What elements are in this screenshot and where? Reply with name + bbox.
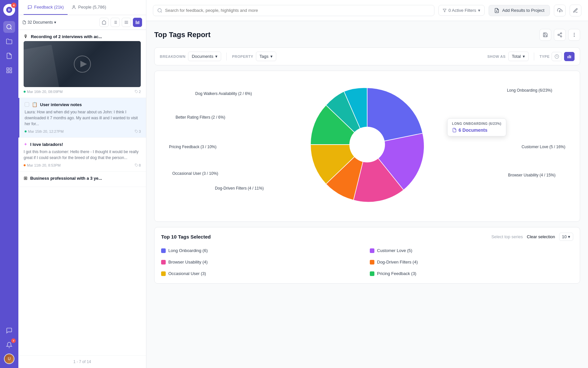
report-header: Top Tags Report <box>154 29 580 41</box>
tag-color-long-onboarding <box>161 248 166 253</box>
breakdown-group: BREAKDOWN Documents ▾ <box>160 52 221 61</box>
top-count-select[interactable]: 10 ▾ <box>559 233 573 241</box>
tags-grid: Long Onboarding (6) Customer Love (5) Br… <box>161 246 573 278</box>
property-group: PROPERTY Tags ▾ <box>232 52 276 61</box>
list-item[interactable]: 🎙 Recording of 2 interviews with ac... M… <box>18 30 146 98</box>
doc-meta: Mar 11th 20, 8:53PM 8 <box>24 163 141 167</box>
top-bar: 0 Active Filters ▾ Add Results to Projec… <box>146 0 588 21</box>
select-top-series[interactable]: Select top series <box>491 234 523 239</box>
show-as-group: SHOW AS Total ▾ <box>487 52 529 61</box>
list-item: Customer Love (5) <box>370 246 573 255</box>
filter-sep-1 <box>226 53 227 60</box>
tag-color-customer-love <box>370 248 374 253</box>
save-report-btn[interactable] <box>539 29 551 41</box>
save-icon <box>543 32 548 37</box>
svg-rect-3 <box>7 71 9 73</box>
active-filters-btn[interactable]: 0 Active Filters ▾ <box>438 5 485 16</box>
show-as-select[interactable]: Total ▾ <box>508 52 529 61</box>
user-avatar[interactable]: U <box>4 354 14 364</box>
bottom-panel-header: Top 10 Tags Selected Select top series C… <box>161 233 573 241</box>
more-options-btn[interactable] <box>568 29 580 41</box>
tab-people[interactable]: People (5,786) <box>68 0 110 15</box>
tooltip-docs: 6 Documents <box>452 127 501 133</box>
doc-checkbox[interactable] <box>25 102 29 107</box>
bell-badge: 7 <box>11 338 16 343</box>
report-actions <box>539 29 580 41</box>
chart-container: Long Onboarding (6/23%) Customer Love (5… <box>154 71 580 222</box>
search-input[interactable] <box>165 8 430 13</box>
share-icon <box>557 32 562 37</box>
docs-count[interactable]: 32 Documents ▾ <box>22 20 56 25</box>
nav-document[interactable] <box>3 50 15 62</box>
svg-marker-24 <box>443 9 446 12</box>
pie-labels: Long Onboarding (6/23%) Customer Love (5… <box>162 79 572 210</box>
doc-meta: Mar 15th 20, 12:27PM 3 <box>25 129 141 133</box>
view-menu[interactable] <box>122 18 131 27</box>
panel-toolbar: 32 Documents ▾ <box>18 15 146 30</box>
left-panel: Feedback (21k) People (5,786) 32 Documen… <box>18 0 146 368</box>
label-occasional-user: Occasional User (3 / 10%) <box>172 171 218 176</box>
search-box[interactable] <box>153 5 434 16</box>
bottom-panel: Top 10 Tags Selected Select top series C… <box>154 227 580 284</box>
logo[interactable]: 4 <box>3 4 15 16</box>
view-chart[interactable] <box>133 18 142 27</box>
document-list: 🎙 Recording of 2 interviews with ac... M… <box>18 30 146 355</box>
list-item[interactable]: ⊞ Business professional with a 3 ye... <box>18 172 146 187</box>
breakdown-select[interactable]: Documents ▾ <box>188 52 221 61</box>
svg-line-31 <box>559 35 561 36</box>
view-list[interactable] <box>111 18 120 27</box>
upload-btn[interactable] <box>554 5 566 16</box>
search-icon <box>157 8 162 13</box>
nav-folder[interactable] <box>3 35 15 47</box>
dots-icon <box>572 32 577 37</box>
pie-tooltip: LONG ONBOARDING (6/23%) 6 Documents <box>447 118 506 136</box>
list-item: Dog-Driven Filters (4) <box>370 258 573 266</box>
filter-bar: BREAKDOWN Documents ▾ PROPERTY Tags ▾ SH… <box>154 47 580 65</box>
view-highlights[interactable] <box>99 18 109 27</box>
svg-rect-39 <box>570 56 571 58</box>
nav-bell[interactable]: 7 <box>3 339 15 351</box>
svg-rect-38 <box>569 55 570 58</box>
share-report-btn[interactable] <box>554 29 566 41</box>
list-item[interactable]: 📋 User interview notes Laura: How and wh… <box>18 98 146 138</box>
svg-point-30 <box>560 36 562 37</box>
type-bar-btn[interactable] <box>564 52 575 61</box>
panel-tabs: Feedback (21k) People (5,786) <box>18 0 146 15</box>
svg-rect-1 <box>7 68 9 70</box>
label-browser-usability: Browser Usability (4 / 15%) <box>508 173 556 177</box>
filter-sep-2 <box>534 53 534 60</box>
nav-feedback[interactable] <box>3 325 15 336</box>
svg-point-35 <box>574 36 574 36</box>
svg-point-5 <box>73 5 75 7</box>
pie-wrapper: Long Onboarding (6/23%) Customer Love (5… <box>162 79 572 210</box>
filter-icon <box>443 9 447 12</box>
doc-meta: Mar 16th 20, 08:09PM 2 <box>24 90 141 94</box>
list-item: Occasional User (3) <box>161 269 365 278</box>
list-item[interactable]: ✦ I love labradors! I got this from a cu… <box>18 138 146 172</box>
tag-color-dog-driven <box>370 260 374 264</box>
settings-btn[interactable] <box>570 5 581 16</box>
nav-search[interactable] <box>3 21 15 33</box>
add-results-btn[interactable]: Add Results to Project <box>489 5 550 16</box>
list-item: Long Onboarding (6) <box>161 246 365 255</box>
upload-icon <box>557 8 562 13</box>
type-time-btn[interactable] <box>552 52 562 61</box>
tab-feedback[interactable]: Feedback (21k) <box>24 0 68 15</box>
list-item: Browser Usability (4) <box>161 258 365 266</box>
svg-marker-19 <box>80 61 87 67</box>
svg-rect-16 <box>137 22 138 24</box>
property-select[interactable]: Tags ▾ <box>256 52 276 61</box>
svg-rect-17 <box>138 21 139 24</box>
main-content: 0 Active Filters ▾ Add Results to Projec… <box>146 0 588 368</box>
type-group: TYPE <box>539 52 575 61</box>
settings-icon <box>573 8 578 13</box>
bottom-actions: Select top series Clear selection 10 ▾ <box>491 233 573 241</box>
icon-nav: 4 7 U <box>0 0 18 368</box>
svg-point-23 <box>158 9 161 12</box>
svg-rect-15 <box>136 21 136 24</box>
pagination: 1 - 7 of 14 <box>18 355 146 368</box>
clear-selection-btn[interactable]: Clear selection <box>527 234 555 239</box>
nav-grid[interactable] <box>3 64 15 76</box>
report-area: Top Tags Report BREAKDOWN Documents ▾ <box>146 21 588 368</box>
svg-rect-37 <box>568 56 568 58</box>
